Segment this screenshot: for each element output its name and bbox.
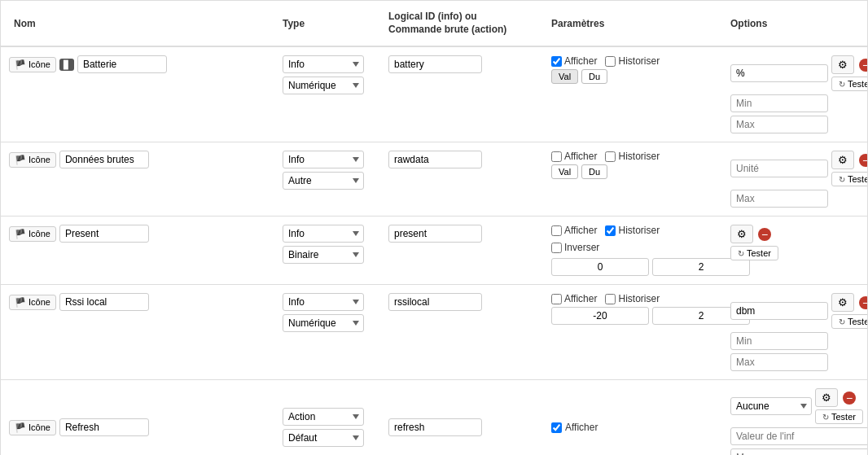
- gear-button-present[interactable]: ⚙: [730, 225, 753, 243]
- minus-button-donnees[interactable]: −: [859, 154, 868, 167]
- afficher-check-batterie[interactable]: [551, 56, 562, 67]
- logical-cell-donnees: [384, 147, 546, 172]
- table-row: 🏴 Icône Info Action Numérique Binaire Au…: [1, 285, 867, 380]
- options-dbm-rssi[interactable]: [730, 302, 828, 320]
- table-row: 🏴 Icône Action Info Défaut Numérique: [1, 380, 867, 455]
- tester-button-rssi[interactable]: ↻ Tester: [831, 314, 868, 329]
- options-valeur-refresh[interactable]: [730, 427, 868, 445]
- nom-cell-refresh: 🏴 Icône: [9, 415, 278, 440]
- options-min-batterie[interactable]: [730, 94, 828, 112]
- val-button-donnees[interactable]: Val: [551, 164, 578, 179]
- afficher-check-present[interactable]: [551, 225, 562, 236]
- icone-button-rssi[interactable]: 🏴 Icône: [9, 295, 56, 310]
- type-select-donnees[interactable]: Info Action: [283, 151, 364, 168]
- du-button-batterie[interactable]: Du: [581, 69, 607, 84]
- gear-button-refresh[interactable]: ⚙: [815, 388, 838, 407]
- afficher-label-rssi[interactable]: Afficher: [551, 293, 597, 304]
- type-select-batterie[interactable]: Info Action: [283, 55, 364, 73]
- gear-button-batterie[interactable]: ⚙: [831, 55, 854, 74]
- historiser-check-rssi[interactable]: [605, 294, 616, 304]
- tester-button-present[interactable]: ↻ Tester: [730, 246, 778, 260]
- options-input-1-batterie[interactable]: [730, 64, 828, 82]
- subtype-select-donnees[interactable]: Autre Numérique Binaire: [283, 172, 364, 190]
- header-parametres: Paramètres: [546, 15, 726, 33]
- options-max-refresh[interactable]: [730, 448, 868, 455]
- type-select-refresh[interactable]: Action Info: [283, 408, 364, 426]
- afficher-label-batterie[interactable]: Afficher: [551, 55, 597, 67]
- nom-input-present[interactable]: [59, 225, 149, 243]
- historiser-label-rssi[interactable]: Historiser: [605, 293, 660, 304]
- min-val-rssi[interactable]: [551, 307, 649, 325]
- gear-button-donnees[interactable]: ⚙: [831, 151, 854, 169]
- historiser-label-batterie[interactable]: Historiser: [605, 55, 660, 67]
- tester-button-batterie[interactable]: ↻ Tester: [831, 77, 868, 91]
- refresh-icon: ↻: [839, 317, 845, 326]
- subtype-select-refresh[interactable]: Défaut Numérique: [283, 429, 364, 447]
- logical-cell-refresh: [384, 415, 546, 440]
- subtype-select-batterie[interactable]: Numérique Binaire Autre: [283, 77, 364, 94]
- nom-input-batterie[interactable]: [77, 55, 167, 73]
- inverser-label-present[interactable]: Inverser: [551, 242, 599, 253]
- icone-button-donnees[interactable]: 🏴 Icône: [9, 152, 56, 168]
- header-nom: Nom: [9, 15, 278, 33]
- afficher-check-donnees[interactable]: [551, 151, 562, 162]
- logical-id-input-rssi[interactable]: [388, 293, 482, 311]
- minus-button-rssi[interactable]: −: [859, 296, 868, 309]
- nom-cell-batterie: 🏴 Icône ▊: [9, 52, 278, 77]
- minus-button-refresh[interactable]: −: [843, 392, 856, 405]
- options-min-rssi[interactable]: [730, 332, 828, 350]
- nom-input-donnees[interactable]: [59, 151, 149, 168]
- afficher-label-present[interactable]: Afficher: [551, 225, 597, 236]
- main-table: Nom Type Logical ID (info) ouCommande br…: [0, 0, 868, 455]
- minus-button-batterie[interactable]: −: [859, 59, 868, 72]
- flag-icon: 🏴: [15, 297, 26, 308]
- logical-id-input-donnees[interactable]: [388, 151, 482, 168]
- inverser-check-present[interactable]: [551, 243, 562, 253]
- val-button-batterie[interactable]: Val: [551, 69, 578, 84]
- params-cell-present: Afficher Historiser Inverser: [546, 221, 726, 279]
- aucune-select-refresh[interactable]: Aucune: [730, 397, 812, 415]
- logical-id-input-present[interactable]: [388, 225, 482, 243]
- header-type: Type: [278, 15, 384, 33]
- params-cell-batterie: Afficher Historiser Val Du: [546, 52, 726, 87]
- flag-icon: 🏴: [15, 155, 26, 165]
- logical-id-input-batterie[interactable]: [388, 55, 482, 73]
- table-row: 🏴 Icône Info Action Autre Numérique Bina…: [1, 142, 867, 217]
- historiser-check-donnees[interactable]: [605, 151, 616, 162]
- historiser-label-donnees[interactable]: Historiser: [605, 151, 660, 162]
- icone-label: Icône: [28, 59, 50, 69]
- logical-id-input-refresh[interactable]: [388, 418, 482, 436]
- tester-button-donnees[interactable]: ↻ Tester: [831, 172, 868, 186]
- gear-button-rssi[interactable]: ⚙: [831, 293, 854, 312]
- historiser-label-present[interactable]: Historiser: [605, 225, 660, 236]
- afficher-check-rssi[interactable]: [551, 294, 562, 304]
- historiser-check-batterie[interactable]: [605, 56, 616, 67]
- nom-input-rssi[interactable]: [59, 293, 149, 311]
- afficher-check-refresh[interactable]: [551, 422, 562, 433]
- logical-cell-rssi: [384, 290, 546, 314]
- tester-button-refresh[interactable]: ↻ Tester: [815, 409, 863, 424]
- options-unite-donnees[interactable]: [730, 160, 828, 177]
- minus-button-present[interactable]: −: [758, 228, 771, 241]
- type-select-present[interactable]: Info Action: [283, 225, 364, 243]
- flag-icon: 🏴: [15, 422, 26, 433]
- options-max-rssi[interactable]: [730, 353, 828, 371]
- type-select-rssi[interactable]: Info Action: [283, 293, 364, 311]
- flag-icon: 🏴: [15, 59, 26, 70]
- options-max-donnees[interactable]: [730, 190, 828, 208]
- options-cell-donnees: ⚙ − ↻ Tester: [726, 147, 819, 211]
- nom-input-refresh[interactable]: [59, 418, 149, 436]
- val0-input-present[interactable]: [551, 258, 649, 276]
- options-max-batterie[interactable]: [730, 116, 828, 133]
- subtype-select-present[interactable]: Binaire Numérique Autre: [283, 246, 364, 264]
- afficher-label-refresh[interactable]: Afficher: [551, 422, 721, 433]
- historiser-check-present[interactable]: [605, 225, 616, 236]
- icone-button-refresh[interactable]: 🏴 Icône: [9, 420, 56, 435]
- logical-cell-present: [384, 221, 546, 246]
- icone-button-present[interactable]: 🏴 Icône: [9, 226, 56, 242]
- subtype-select-rssi[interactable]: Numérique Binaire Autre: [283, 314, 364, 332]
- du-button-donnees[interactable]: Du: [581, 164, 607, 179]
- type-cell-batterie: Info Action Numérique Binaire Autre: [278, 52, 384, 98]
- icone-button-batterie[interactable]: 🏴 Icône: [9, 57, 56, 72]
- afficher-label-donnees[interactable]: Afficher: [551, 151, 597, 162]
